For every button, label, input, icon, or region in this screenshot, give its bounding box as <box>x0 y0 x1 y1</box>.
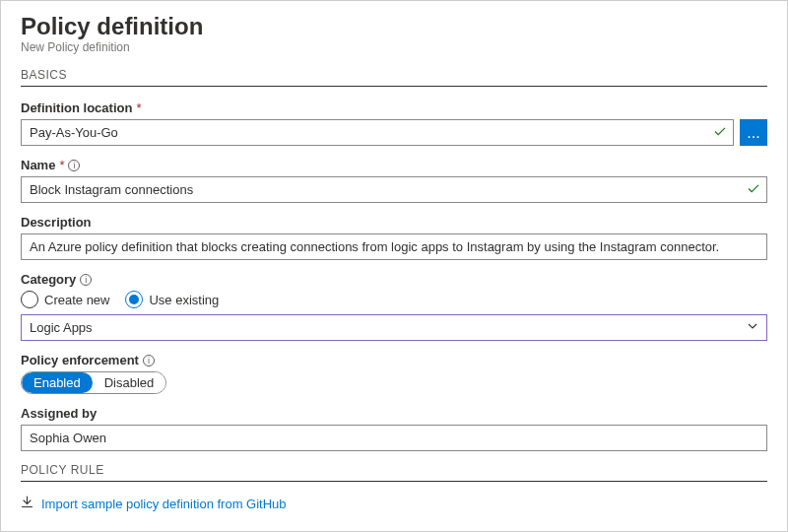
assigned-by-label: Assigned by <box>21 406 767 421</box>
assigned-by-label-text: Assigned by <box>21 406 97 421</box>
page-title: Policy definition <box>21 13 767 40</box>
import-github-link[interactable]: Import sample policy definition from Git… <box>21 496 767 511</box>
download-icon <box>21 496 33 511</box>
page-subtitle: New Policy definition <box>21 40 767 54</box>
field-enforcement: Policy enforcement i Enabled Disabled <box>21 353 767 394</box>
enforcement-label-text: Policy enforcement <box>21 353 139 367</box>
radio-create-new[interactable]: Create new <box>21 291 109 308</box>
definition-location-label: Definition location * <box>21 100 767 115</box>
definition-location-input[interactable] <box>21 119 734 146</box>
required-asterisk: * <box>136 100 141 115</box>
section-basics-header: BASICS <box>21 68 767 87</box>
browse-location-button[interactable]: ... <box>740 119 767 146</box>
info-icon[interactable]: i <box>143 355 155 366</box>
name-input[interactable] <box>21 176 767 203</box>
radio-use-existing-label: Use existing <box>149 293 219 307</box>
field-name: Name * i <box>21 158 767 203</box>
radio-use-existing[interactable]: Use existing <box>125 291 219 308</box>
description-label: Description <box>21 215 767 230</box>
name-label-text: Name <box>21 158 55 172</box>
section-policy-rule-header: POLICY RULE <box>21 463 767 482</box>
radio-icon <box>21 291 38 308</box>
info-icon[interactable]: i <box>68 160 80 171</box>
category-dropdown[interactable]: Logic Apps <box>21 314 767 341</box>
enforcement-toggle: Enabled Disabled <box>21 371 166 394</box>
import-link-text: Import sample policy definition from Git… <box>41 497 287 511</box>
assigned-by-input[interactable] <box>21 425 767 451</box>
description-input[interactable] <box>21 233 767 260</box>
category-label-text: Category <box>21 272 76 287</box>
enforcement-label: Policy enforcement i <box>21 353 767 367</box>
toggle-disabled[interactable]: Disabled <box>93 372 166 393</box>
radio-icon-selected <box>125 291 143 308</box>
chevron-down-icon <box>747 320 758 335</box>
info-icon[interactable]: i <box>80 274 92 286</box>
field-assigned-by: Assigned by <box>21 406 767 451</box>
name-label: Name * i <box>21 158 767 172</box>
radio-create-new-label: Create new <box>44 293 109 307</box>
field-category: Category i Create new Use existing Logic… <box>21 272 767 341</box>
description-label-text: Description <box>21 215 92 230</box>
required-asterisk: * <box>59 158 64 172</box>
field-description: Description <box>21 215 767 260</box>
category-dropdown-value: Logic Apps <box>30 320 93 335</box>
toggle-enabled[interactable]: Enabled <box>22 372 93 393</box>
category-label: Category i <box>21 272 767 287</box>
definition-location-label-text: Definition location <box>21 100 132 115</box>
field-definition-location: Definition location * ... <box>21 100 767 146</box>
